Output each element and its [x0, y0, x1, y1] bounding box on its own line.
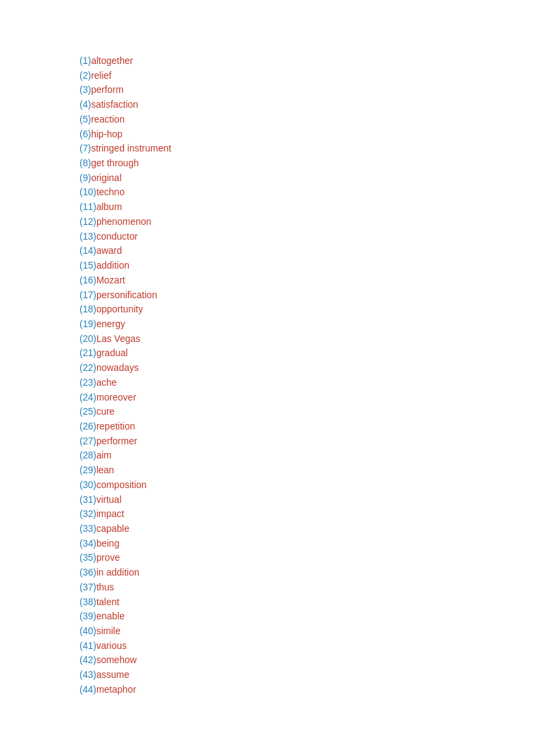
item-word: composition: [96, 479, 147, 490]
item-number: (10): [80, 186, 96, 197]
item-word: various: [96, 640, 127, 651]
item-word: perform: [91, 84, 123, 95]
list-item: (36)in addition: [80, 565, 535, 580]
list-item: (8)get through: [80, 156, 535, 170]
item-word: moreover: [96, 392, 136, 403]
list-item: (16)Mozart: [80, 273, 535, 287]
item-word: stringed instrument: [91, 143, 171, 153]
list-item: (24)moreover: [80, 390, 535, 405]
item-number: (11): [80, 201, 96, 212]
item-number: (5): [80, 114, 91, 125]
list-item: (22)nowadays: [80, 361, 535, 375]
word-list: (1)altogether(2)relief(3)perform(4)satis…: [80, 54, 535, 697]
item-word: somehow: [96, 654, 137, 665]
item-number: (36): [80, 567, 96, 578]
item-number: (4): [80, 99, 91, 110]
item-number: (26): [80, 421, 96, 432]
item-number: (17): [80, 289, 96, 300]
item-number: (6): [80, 129, 91, 139]
item-word: nowadays: [96, 362, 139, 373]
item-number: (30): [80, 479, 96, 490]
item-number: (29): [80, 465, 96, 475]
item-word: altogether: [91, 55, 133, 66]
list-item: (14)award: [80, 244, 535, 258]
item-word: personification: [96, 289, 157, 300]
list-item: (27)performer: [80, 434, 535, 448]
item-number: (28): [80, 450, 96, 460]
item-word: lean: [96, 465, 114, 475]
list-item: (21)gradual: [80, 346, 535, 360]
item-number: (34): [80, 538, 96, 549]
item-number: (37): [80, 582, 96, 592]
list-item: (44)metaphor: [80, 683, 535, 697]
item-number: (33): [80, 523, 96, 534]
item-word: virtual: [96, 494, 121, 505]
list-item: (37)thus: [80, 580, 535, 594]
item-word: conductor: [96, 231, 137, 242]
item-word: opportunity: [96, 304, 143, 314]
list-item: (20)Las Vegas: [80, 332, 535, 346]
item-word: Las Vegas: [96, 333, 140, 344]
item-number: (16): [80, 275, 96, 285]
item-number: (22): [80, 362, 96, 373]
list-item: (9)original: [80, 171, 535, 185]
list-item: (39)enable: [80, 609, 535, 623]
item-word: Mozart: [96, 275, 125, 285]
item-word: phenomenon: [96, 216, 152, 227]
item-word: prove: [96, 552, 120, 563]
item-word: gradual: [96, 347, 128, 358]
list-item: (11)album: [80, 200, 535, 214]
list-item: (32)impact: [80, 507, 535, 521]
item-number: (12): [80, 216, 96, 227]
list-item: (15)addition: [80, 259, 535, 273]
list-item: (3)perform: [80, 83, 535, 97]
item-word: reaction: [91, 114, 125, 125]
item-word: award: [96, 245, 122, 256]
item-number: (27): [80, 436, 96, 446]
item-word: techno: [96, 186, 125, 197]
item-word: relief: [91, 70, 111, 81]
item-number: (40): [80, 625, 96, 636]
list-item: (41)various: [80, 639, 535, 653]
list-item: (35)prove: [80, 551, 535, 565]
list-item: (13)conductor: [80, 230, 535, 244]
list-item: (17)personification: [80, 288, 535, 302]
list-item: (1)altogether: [80, 54, 535, 68]
item-number: (38): [80, 596, 96, 607]
list-item: (25)cure: [80, 405, 535, 419]
item-number: (18): [80, 304, 96, 314]
item-word: hip-hop: [91, 129, 123, 139]
item-word: thus: [96, 582, 114, 592]
list-item: (26)repetition: [80, 419, 535, 434]
item-number: (2): [80, 70, 91, 81]
item-word: talent: [96, 596, 119, 607]
list-item: (19)energy: [80, 317, 535, 331]
item-number: (9): [80, 172, 91, 183]
item-number: (43): [80, 669, 96, 680]
item-number: (23): [80, 377, 96, 388]
item-word: in addition: [96, 567, 139, 578]
item-word: album: [96, 201, 122, 212]
item-number: (41): [80, 640, 96, 651]
list-item: (5)reaction: [80, 112, 535, 127]
item-word: capable: [96, 523, 129, 534]
item-number: (15): [80, 260, 96, 271]
list-item: (29)lean: [80, 463, 535, 477]
item-number: (3): [80, 84, 91, 95]
item-number: (32): [80, 508, 96, 519]
list-item: (2)relief: [80, 69, 535, 83]
item-word: being: [96, 538, 119, 549]
item-word: enable: [96, 611, 125, 621]
item-number: (7): [80, 143, 91, 153]
item-word: original: [91, 172, 121, 183]
item-number: (24): [80, 392, 96, 403]
list-item: (33)capable: [80, 522, 535, 536]
item-number: (42): [80, 654, 96, 665]
item-number: (19): [80, 318, 96, 329]
list-item: (34)being: [80, 537, 535, 551]
list-item: (31)virtual: [80, 493, 535, 507]
item-word: get through: [91, 158, 139, 168]
item-number: (20): [80, 333, 96, 344]
list-item: (23)ache: [80, 376, 535, 390]
item-word: satisfaction: [91, 99, 138, 110]
